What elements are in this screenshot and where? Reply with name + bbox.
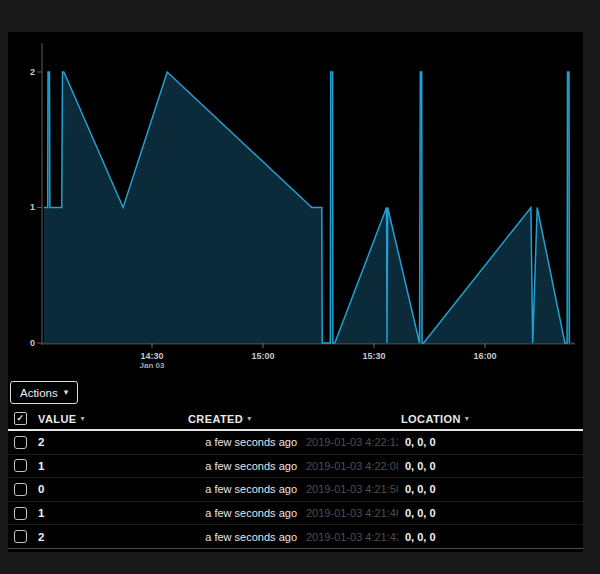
row-relative-time-cell: a few seconds ago (188, 531, 297, 543)
table-body: 2 a few seconds ago 2019-01-03 4:22:12 p… (8, 431, 583, 549)
row-timestamp-cell: 2019-01-03 4:22:12 p… (306, 436, 398, 448)
actions-dropdown-button[interactable]: Actions ▾ (10, 381, 78, 404)
table-header-row: ✓ VALUE ▾ CREATED ▾ LOCATION ▾ (8, 408, 583, 431)
sort-caret-icon: ▾ (247, 414, 251, 423)
row-checkbox[interactable] (14, 507, 27, 520)
check-icon: ✓ (17, 414, 25, 423)
table-row[interactable]: 1 a few seconds ago 2019-01-03 4:22:08 p… (8, 455, 583, 479)
row-checkbox[interactable] (14, 459, 27, 472)
y-tick-label: 2 (11, 68, 35, 77)
row-timestamp-cell: 2019-01-03 4:22:08 p… (306, 460, 398, 472)
row-value-cell: 1 (38, 460, 188, 472)
actions-button-label: Actions (20, 387, 58, 399)
row-location-cell: 0, 0, 0 (405, 483, 436, 495)
row-timestamp-cell: 2019-01-03 4:21:46 p… (306, 507, 398, 519)
row-relative-time-cell: a few seconds ago (188, 460, 297, 472)
x-tick-label: 16:00 (455, 351, 515, 361)
row-relative-time-cell: a few seconds ago (188, 507, 297, 519)
x-tick-label: 14:30Jan 03 (122, 351, 182, 371)
table-row[interactable]: 2 a few seconds ago 2019-01-03 4:21:42 p… (8, 525, 583, 549)
column-header-location[interactable]: LOCATION ▾ (401, 413, 583, 425)
row-relative-time-cell: a few seconds ago (188, 436, 297, 448)
row-timestamp-cell: 2019-01-03 4:21:50 p… (306, 483, 398, 495)
row-value-cell: 1 (38, 507, 188, 519)
row-location-cell: 0, 0, 0 (405, 531, 436, 543)
main-panel: 01214:30Jan 0315:0015:3016:00 Actions ▾ … (8, 32, 583, 552)
y-tick-label: 1 (11, 203, 35, 212)
x-tick-label: 15:30 (344, 351, 404, 361)
chart-canvas (8, 32, 583, 377)
row-checkbox[interactable] (14, 530, 27, 543)
row-value-cell: 2 (38, 531, 188, 543)
y-tick-label: 0 (11, 339, 35, 348)
chevron-down-icon: ▾ (64, 388, 69, 397)
column-header-value[interactable]: VALUE ▾ (38, 413, 188, 425)
sort-caret-icon: ▾ (465, 414, 469, 423)
row-location-cell: 0, 0, 0 (405, 507, 436, 519)
table-row[interactable]: 1 a few seconds ago 2019-01-03 4:21:46 p… (8, 502, 583, 526)
row-location-cell: 0, 0, 0 (405, 436, 436, 448)
column-header-created[interactable]: CREATED ▾ (188, 413, 401, 425)
timeseries-area-chart[interactable]: 01214:30Jan 0315:0015:3016:00 (8, 32, 583, 377)
row-relative-time-cell: a few seconds ago (188, 483, 297, 495)
row-timestamp-cell: 2019-01-03 4:21:42 p… (306, 531, 398, 543)
table-row[interactable]: 0 a few seconds ago 2019-01-03 4:21:50 p… (8, 478, 583, 502)
row-checkbox[interactable] (14, 483, 27, 496)
x-tick-label: 15:00 (233, 351, 293, 361)
row-location-cell: 0, 0, 0 (405, 460, 436, 472)
table-row[interactable]: 2 a few seconds ago 2019-01-03 4:22:12 p… (8, 431, 583, 455)
select-all-checkbox[interactable]: ✓ (14, 412, 27, 425)
x-tick-sub-label: Jan 03 (122, 361, 182, 371)
row-value-cell: 0 (38, 483, 188, 495)
sort-caret-icon: ▾ (80, 414, 84, 423)
row-value-cell: 2 (38, 436, 188, 448)
row-checkbox[interactable] (14, 436, 27, 449)
data-table: ✓ VALUE ▾ CREATED ▾ LOCATION ▾ 2 a few s… (8, 408, 583, 549)
